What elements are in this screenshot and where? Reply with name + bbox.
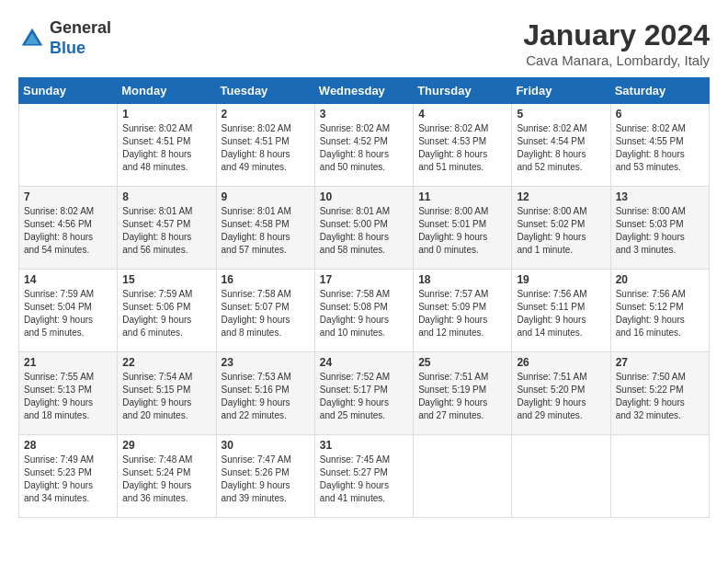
weekday-header: Wednesday bbox=[314, 78, 413, 104]
calendar-cell: 24Sunrise: 7:52 AM Sunset: 5:17 PM Dayli… bbox=[314, 352, 413, 435]
day-number: 3 bbox=[320, 108, 408, 121]
day-number: 2 bbox=[222, 108, 310, 121]
day-info: Sunrise: 8:00 AM Sunset: 5:02 PM Dayligh… bbox=[517, 205, 605, 257]
calendar-cell: 10Sunrise: 8:01 AM Sunset: 5:00 PM Dayli… bbox=[314, 187, 413, 270]
logo-icon bbox=[18, 25, 46, 52]
day-number: 15 bbox=[122, 273, 210, 286]
day-number: 18 bbox=[418, 273, 506, 286]
day-info: Sunrise: 8:02 AM Sunset: 4:54 PM Dayligh… bbox=[517, 122, 605, 174]
day-info: Sunrise: 7:45 AM Sunset: 5:27 PM Dayligh… bbox=[320, 454, 408, 505]
calendar-cell: 14Sunrise: 7:59 AM Sunset: 5:04 PM Dayli… bbox=[19, 270, 118, 352]
calendar-week: 28Sunrise: 7:49 AM Sunset: 5:23 PM Dayli… bbox=[19, 435, 710, 518]
day-info: Sunrise: 7:49 AM Sunset: 5:23 PM Dayligh… bbox=[24, 454, 112, 505]
calendar-cell bbox=[414, 435, 512, 518]
page-header: General Blue January 2024 Cava Manara, L… bbox=[18, 18, 710, 68]
calendar-cell: 4Sunrise: 8:02 AM Sunset: 4:53 PM Daylig… bbox=[414, 104, 512, 187]
calendar-cell: 12Sunrise: 8:00 AM Sunset: 5:02 PM Dayli… bbox=[512, 187, 610, 270]
day-info: Sunrise: 8:01 AM Sunset: 4:58 PM Dayligh… bbox=[222, 205, 310, 257]
calendar-cell: 26Sunrise: 7:51 AM Sunset: 5:20 PM Dayli… bbox=[512, 352, 610, 435]
day-number: 29 bbox=[122, 439, 210, 452]
logo: General Blue bbox=[18, 18, 111, 58]
day-number: 26 bbox=[517, 356, 605, 369]
calendar-cell: 7Sunrise: 8:02 AM Sunset: 4:56 PM Daylig… bbox=[19, 187, 118, 270]
month-year: January 2024 bbox=[523, 18, 710, 52]
day-number: 13 bbox=[616, 190, 704, 203]
day-number: 1 bbox=[122, 108, 210, 121]
calendar-cell: 28Sunrise: 7:49 AM Sunset: 5:23 PM Dayli… bbox=[19, 435, 118, 518]
calendar-week: 7Sunrise: 8:02 AM Sunset: 4:56 PM Daylig… bbox=[19, 187, 710, 270]
calendar-cell: 30Sunrise: 7:47 AM Sunset: 5:26 PM Dayli… bbox=[216, 435, 314, 518]
day-info: Sunrise: 7:55 AM Sunset: 5:13 PM Dayligh… bbox=[24, 371, 112, 422]
day-info: Sunrise: 8:02 AM Sunset: 4:52 PM Dayligh… bbox=[320, 122, 408, 174]
day-number: 12 bbox=[517, 190, 605, 203]
calendar-cell: 17Sunrise: 7:58 AM Sunset: 5:08 PM Dayli… bbox=[314, 270, 413, 352]
day-info: Sunrise: 7:56 AM Sunset: 5:12 PM Dayligh… bbox=[616, 288, 704, 339]
calendar-week: 14Sunrise: 7:59 AM Sunset: 5:04 PM Dayli… bbox=[19, 270, 710, 352]
calendar-cell: 9Sunrise: 8:01 AM Sunset: 4:58 PM Daylig… bbox=[216, 187, 314, 270]
logo-text: General Blue bbox=[50, 18, 111, 58]
day-info: Sunrise: 8:00 AM Sunset: 5:01 PM Dayligh… bbox=[418, 205, 506, 257]
calendar-cell: 21Sunrise: 7:55 AM Sunset: 5:13 PM Dayli… bbox=[19, 352, 118, 435]
day-number: 16 bbox=[222, 273, 310, 286]
calendar-cell: 31Sunrise: 7:45 AM Sunset: 5:27 PM Dayli… bbox=[314, 435, 413, 518]
day-info: Sunrise: 7:51 AM Sunset: 5:19 PM Dayligh… bbox=[418, 371, 506, 422]
calendar-cell: 15Sunrise: 7:59 AM Sunset: 5:06 PM Dayli… bbox=[118, 270, 216, 352]
calendar-cell bbox=[610, 435, 709, 518]
day-number: 5 bbox=[517, 108, 605, 121]
day-number: 20 bbox=[616, 273, 704, 286]
calendar-cell bbox=[19, 104, 118, 187]
calendar-cell: 19Sunrise: 7:56 AM Sunset: 5:11 PM Dayli… bbox=[512, 270, 610, 352]
day-number: 31 bbox=[320, 439, 408, 452]
day-number: 22 bbox=[122, 356, 210, 369]
calendar-cell: 27Sunrise: 7:50 AM Sunset: 5:22 PM Dayli… bbox=[610, 352, 709, 435]
day-number: 19 bbox=[517, 273, 605, 286]
day-number: 9 bbox=[222, 190, 310, 203]
day-number: 23 bbox=[222, 356, 310, 369]
day-number: 30 bbox=[222, 439, 310, 452]
day-number: 28 bbox=[24, 439, 112, 452]
day-number: 6 bbox=[616, 108, 704, 121]
logo-blue: Blue bbox=[50, 39, 85, 57]
day-info: Sunrise: 7:59 AM Sunset: 5:04 PM Dayligh… bbox=[24, 288, 112, 339]
day-info: Sunrise: 8:02 AM Sunset: 4:53 PM Dayligh… bbox=[418, 122, 506, 174]
day-number: 17 bbox=[320, 273, 408, 286]
weekday-header: Tuesday bbox=[216, 78, 314, 104]
day-info: Sunrise: 7:51 AM Sunset: 5:20 PM Dayligh… bbox=[517, 371, 605, 422]
day-info: Sunrise: 7:57 AM Sunset: 5:09 PM Dayligh… bbox=[418, 288, 506, 339]
day-number: 25 bbox=[418, 356, 506, 369]
day-number: 24 bbox=[320, 356, 408, 369]
day-info: Sunrise: 7:48 AM Sunset: 5:24 PM Dayligh… bbox=[122, 454, 210, 505]
logo-general: General bbox=[50, 18, 111, 37]
weekday-header: Friday bbox=[512, 78, 610, 104]
calendar-cell: 25Sunrise: 7:51 AM Sunset: 5:19 PM Dayli… bbox=[414, 352, 512, 435]
day-info: Sunrise: 7:53 AM Sunset: 5:16 PM Dayligh… bbox=[222, 371, 310, 422]
calendar-cell: 22Sunrise: 7:54 AM Sunset: 5:15 PM Dayli… bbox=[118, 352, 216, 435]
calendar-table: SundayMondayTuesdayWednesdayThursdayFrid… bbox=[18, 77, 710, 518]
day-info: Sunrise: 7:47 AM Sunset: 5:26 PM Dayligh… bbox=[222, 454, 310, 505]
day-number: 8 bbox=[122, 190, 210, 203]
weekday-header: Thursday bbox=[414, 78, 512, 104]
calendar-cell: 2Sunrise: 8:02 AM Sunset: 4:51 PM Daylig… bbox=[216, 104, 314, 187]
calendar-cell bbox=[512, 435, 610, 518]
day-info: Sunrise: 8:02 AM Sunset: 4:56 PM Dayligh… bbox=[24, 205, 112, 257]
day-number: 27 bbox=[616, 356, 704, 369]
calendar-cell: 13Sunrise: 8:00 AM Sunset: 5:03 PM Dayli… bbox=[610, 187, 709, 270]
calendar-week: 21Sunrise: 7:55 AM Sunset: 5:13 PM Dayli… bbox=[19, 352, 710, 435]
day-info: Sunrise: 8:01 AM Sunset: 5:00 PM Dayligh… bbox=[320, 205, 408, 257]
calendar-cell: 5Sunrise: 8:02 AM Sunset: 4:54 PM Daylig… bbox=[512, 104, 610, 187]
day-number: 11 bbox=[418, 190, 506, 203]
day-number: 10 bbox=[320, 190, 408, 203]
day-info: Sunrise: 8:01 AM Sunset: 4:57 PM Dayligh… bbox=[122, 205, 210, 257]
day-info: Sunrise: 8:02 AM Sunset: 4:51 PM Dayligh… bbox=[122, 122, 210, 174]
day-info: Sunrise: 8:02 AM Sunset: 4:55 PM Dayligh… bbox=[616, 122, 704, 174]
weekday-header: Sunday bbox=[19, 78, 118, 104]
day-info: Sunrise: 7:54 AM Sunset: 5:15 PM Dayligh… bbox=[122, 371, 210, 422]
location: Cava Manara, Lombardy, Italy bbox=[523, 52, 710, 68]
calendar-cell: 23Sunrise: 7:53 AM Sunset: 5:16 PM Dayli… bbox=[216, 352, 314, 435]
day-info: Sunrise: 7:58 AM Sunset: 5:07 PM Dayligh… bbox=[222, 288, 310, 339]
calendar-header: SundayMondayTuesdayWednesdayThursdayFrid… bbox=[19, 78, 710, 104]
calendar-body: 1Sunrise: 8:02 AM Sunset: 4:51 PM Daylig… bbox=[19, 104, 710, 518]
day-info: Sunrise: 7:59 AM Sunset: 5:06 PM Dayligh… bbox=[122, 288, 210, 339]
day-info: Sunrise: 7:58 AM Sunset: 5:08 PM Dayligh… bbox=[320, 288, 408, 339]
day-number: 14 bbox=[24, 273, 112, 286]
